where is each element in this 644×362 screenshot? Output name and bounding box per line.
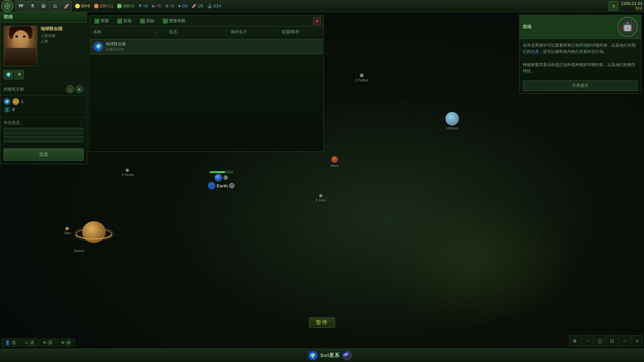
influence-stat: ◆ 0/0 [178,4,187,8]
pallas-planet[interactable]: 2 Pallas [355,73,368,82]
game-date: 2200.01.01 [621,1,643,6]
production-icon: ⚙ [165,4,169,8]
queue-icon-3: ❄ [43,340,46,345]
fleet1-icon: 🚀 [192,4,197,8]
top-bar-right: ⏸ 2200.01.01 暂停 [609,1,643,11]
unity-stat: ☯ +5 [152,4,161,8]
map-icon-btn[interactable]: 🗺 [15,1,26,11]
queue-item-2[interactable]: ⚔ 2 [21,339,39,347]
unity-value: +5 [156,4,161,8]
empire-tech-icon[interactable]: ⚗ [14,70,24,79]
empire-icon-btn[interactable]: 🏛 [38,1,49,11]
empire-logo[interactable] [1,0,13,12]
info-portrait: 🤖 [618,17,638,37]
pause-button[interactable]: ⏸ [609,1,618,11]
col-status-header: 状态 [166,27,227,37]
empire-portrait[interactable] [4,26,37,66]
empire-government: 间接民主制 △ ☯ [0,83,87,96]
highlight-diplomacy: 外交 [587,49,595,54]
close-button[interactable]: ✕ [313,17,321,25]
queue-item-1[interactable]: 👤 1 [1,339,20,347]
diplo-bar-2 [4,132,84,134]
earth-area[interactable]: ✕ Earth [208,171,234,189]
tab-empire-label: 帝国 [101,18,109,24]
mars-planet[interactable]: Mars [331,156,339,168]
vesta-label: 4 Vesta [121,173,134,177]
vesta-planet[interactable]: 4 Vesta [121,169,134,177]
dismiss-button[interactable]: 不再显示 [523,80,638,91]
tab-empire-check[interactable]: ✓ [95,19,99,23]
system-icon[interactable]: 🌍 [308,351,318,360]
planet-count: 1 [21,99,23,104]
contacts-list[interactable]: 🌍 地球联合国 间接民主制 - [89,38,323,152]
energy-icon [75,4,80,8]
contact-row-earth[interactable]: 🌍 地球联合国 间接民主制 - [91,39,322,54]
top-bar-left: 🗺 ⚗ 🏛 ⚖ 🚀 [1,0,72,12]
galaxy-icon[interactable]: 🌌 [342,351,352,360]
highlight-traits: 特性 [523,69,531,73]
tab-primitive-check[interactable]: ✓ [140,19,145,23]
fleet2-stat: ⚓ 3/14 [207,4,221,8]
menu-button[interactable]: ≡ [631,335,643,347]
minimap-button[interactable]: ⊕ [569,335,581,347]
research-value: +5 [143,4,148,8]
saturn-system[interactable]: Saturn [74,218,114,253]
bottom-left-queue: 👤 1 ⚔ 2 ❄ 3 ⚙ 4 [0,337,76,348]
notifications-button[interactable]: ◫ [594,335,605,347]
tab-fallen-check[interactable]: ✓ [163,19,168,23]
influence-value: 0/0 [182,4,187,8]
svg-point-1 [6,5,8,7]
left-panel: 联络 🌍 ⚗ 地球联合国 人型生物 人类 [0,12,87,164]
empire-name: 地球联合国 [41,26,84,32]
titan-planet[interactable]: Titan [63,227,71,235]
minerals-icon [94,4,99,8]
unity-icon: ☯ [152,4,155,8]
influence-icon: ◆ [178,4,181,8]
planet-stats: 🌍 1 👤 8 [0,96,87,117]
info-box-title: 联络 [523,24,532,30]
government-label: 间接民主制 [4,86,24,92]
paused-banner-area: 暂停 [309,317,335,328]
contacts-empty-area [89,56,323,149]
tech-icon-btn[interactable]: ⚗ [27,1,38,11]
earth-label: Earth [217,183,228,188]
right-panel: 联络 🤖 在外交界面中可以查看所有已知帝国的详细列表，以及他们对我们的态度，还可… [517,12,644,97]
minerals-value: 200+11 [100,4,113,8]
system-display[interactable]: 🌍 Sol星系 🌌 [308,351,352,360]
planet-orbit-icon [12,98,19,105]
queue-icon-2: ⚔ [25,340,29,345]
fleet2-icon: ⚓ [207,4,212,8]
empire-details: 地球联合国 人型生物 人类 [41,26,84,44]
queue-item-4[interactable]: ⚙ 4 [57,339,75,347]
exchange-button[interactable]: 交流 [4,148,84,161]
tab-empire[interactable]: ✓ 帝国 [92,17,111,25]
col-sort-header[interactable]: → [152,27,165,37]
contact-main-name: 地球联合国 [106,41,160,47]
fleet-icon-btn[interactable]: 🚀 [61,1,72,11]
pallas-label: 2 Pallas [355,78,368,82]
queue-num-1: 1 [11,340,16,345]
saturn-label: Saturn [74,249,114,253]
queue-item-3[interactable]: ❄ 3 [39,339,56,347]
bottom-bar: 🌍 Sol星系 🌌 ⊕ → ◫ ⊡ ↔ ≡ [0,349,644,362]
empire-flag-icon[interactable]: 🌍 [4,70,13,79]
contact-button[interactable]: → [582,335,593,347]
diplo-bars [4,128,84,142]
tab-fallen[interactable]: ✓ 堕落帝国 [160,17,188,25]
pause-banner: 暂停 [309,317,335,328]
politics-icon-btn[interactable]: ⚖ [50,1,60,11]
situations-button[interactable]: ⊡ [606,335,618,347]
tab-fallen-label: 堕落帝国 [169,18,185,24]
juno-label: 3 Juno [315,198,326,202]
tab-primitive[interactable]: ✓ 原始 [138,17,157,25]
uranus-planet[interactable]: Uranus [445,112,459,130]
tab-other-check[interactable]: ✓ [117,19,122,23]
info-box-content: 在外交界面中可以查看所有已知帝国的详细列表，以及他们对我们的态度，还可以便利地与… [520,39,641,78]
energy-stat: 50+9 [75,4,90,8]
juno-planet[interactable]: 3 Juno [315,194,326,202]
highlight-empire: 帝国 [579,43,587,48]
queue-icon-4: ⚙ [61,340,65,345]
contacts-table: 名称 → 状态 相对实力 联盟/联邦 [89,26,323,38]
outliner-button[interactable]: ↔ [619,335,630,347]
tab-other[interactable]: ✓ 其他 [115,17,134,25]
